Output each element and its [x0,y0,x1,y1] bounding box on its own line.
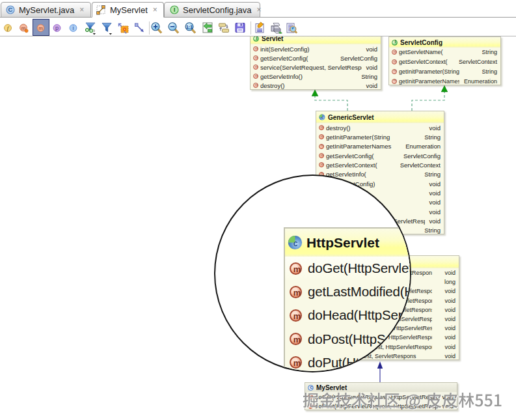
svg-text:m: m [38,25,43,31]
svg-text:1:1: 1:1 [186,25,193,29]
svg-text:c: c [293,239,297,248]
svg-text:i: i [73,25,74,31]
svg-text:p: p [55,25,59,31]
svg-text:I: I [174,6,176,13]
svg-text:C: C [8,6,13,13]
